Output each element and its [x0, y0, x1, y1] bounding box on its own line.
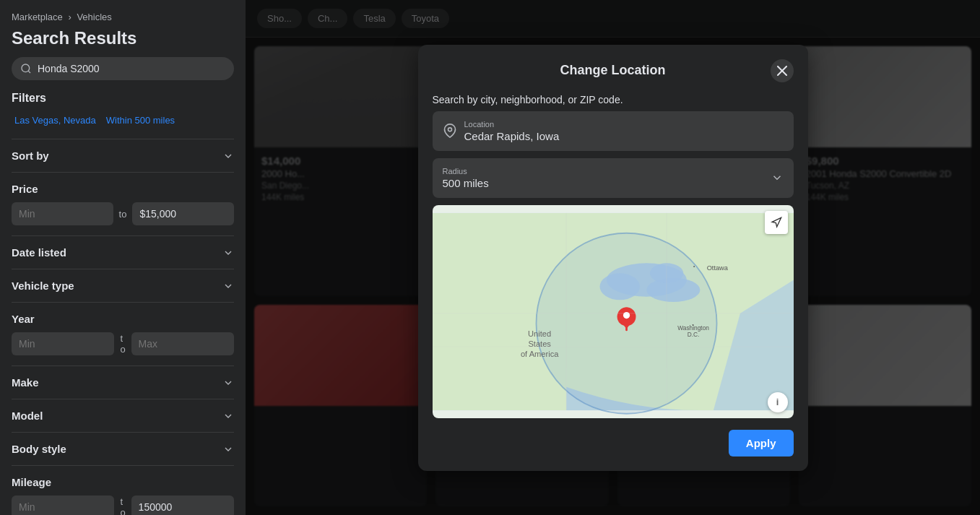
make-chevron-icon	[222, 377, 234, 389]
map-svg: Ottawa • Washington D.C. • United States…	[433, 205, 794, 418]
radius-chevron-icon	[771, 171, 784, 184]
location-field[interactable]: Location Cedar Rapids, Iowa	[433, 111, 794, 151]
location-field-content: Location Cedar Rapids, Iowa	[464, 120, 560, 142]
location-tags: Las Vegas, Nevada Within 500 miles	[12, 113, 234, 127]
make-label: Make	[12, 376, 39, 389]
mileage-to-label: to	[120, 496, 125, 515]
location-tag-city[interactable]: Las Vegas, Nevada	[12, 113, 99, 127]
vehicle-type-section: Vehicle type	[12, 269, 234, 302]
main-content: Sho... Ch... Tesla Toyota $14,000 2000 H…	[246, 0, 980, 515]
modal-header: Change Location	[418, 45, 808, 82]
year-row: to	[12, 332, 234, 355]
svg-text:•: •	[692, 321, 694, 328]
model-label: Model	[12, 410, 43, 422]
make-header[interactable]: Make	[12, 376, 234, 389]
svg-marker-26	[772, 217, 781, 227]
search-input[interactable]	[38, 63, 225, 74]
sort-by-header[interactable]: Sort by	[12, 150, 234, 162]
location-tag-radius[interactable]: Within 500 miles	[103, 113, 178, 127]
model-section: Model	[12, 399, 234, 432]
map-info-button[interactable]: i	[768, 392, 788, 412]
svg-line-1	[28, 71, 30, 73]
price-to-label: to	[119, 209, 127, 220]
year-header: Year	[12, 313, 234, 325]
year-min-input[interactable]	[12, 332, 114, 355]
location-field-value: Cedar Rapids, Iowa	[464, 130, 560, 142]
mileage-min-input[interactable]	[12, 495, 114, 515]
body-style-label: Body style	[12, 443, 66, 455]
model-chevron-icon	[222, 410, 234, 422]
breadcrumb-sep: ›	[68, 12, 74, 22]
map-locate-button[interactable]	[765, 211, 788, 234]
modal-body: Location Cedar Rapids, Iowa Radius 500 m…	[418, 111, 808, 471]
svg-point-0	[22, 64, 30, 72]
mileage-header: Mileage	[12, 476, 234, 488]
radius-value: 500 miles	[443, 177, 489, 189]
date-listed-header[interactable]: Date listed	[12, 246, 234, 259]
sidebar: Marketplace › Vehicles Search Results Fi…	[0, 0, 246, 515]
model-header[interactable]: Model	[12, 410, 234, 422]
price-max-input[interactable]	[132, 202, 234, 225]
mileage-max-input[interactable]	[131, 495, 234, 515]
vehicle-type-chevron-icon	[222, 280, 234, 292]
body-style-header[interactable]: Body style	[12, 443, 234, 455]
apply-row: Apply	[433, 430, 794, 456]
change-location-modal: Change Location Search by city, neighbor…	[418, 45, 808, 471]
breadcrumb: Marketplace › Vehicles	[12, 12, 234, 22]
sort-by-chevron-icon	[222, 150, 234, 162]
svg-point-4	[448, 128, 451, 131]
apply-button[interactable]: Apply	[729, 430, 794, 456]
map-container: Ottawa • Washington D.C. • United States…	[433, 205, 794, 418]
year-section: Year to	[12, 302, 234, 365]
navigation-icon	[771, 217, 782, 228]
modal-subtitle: Search by city, neighborhood, or ZIP cod…	[418, 82, 808, 111]
year-to-label: to	[120, 333, 125, 355]
search-box[interactable]	[12, 57, 234, 80]
price-header: Price	[12, 183, 234, 195]
year-label: Year	[12, 313, 35, 325]
vehicle-type-label: Vehicle type	[12, 280, 74, 292]
body-style-chevron-icon	[222, 443, 234, 455]
modal-title: Change Location	[456, 63, 771, 78]
location-field-label: Location	[464, 120, 560, 129]
close-button[interactable]	[771, 59, 794, 82]
price-label: Price	[12, 183, 38, 195]
svg-point-13	[623, 311, 629, 318]
make-section: Make	[12, 365, 234, 399]
date-listed-section: Date listed	[12, 235, 234, 269]
sort-by-label: Sort by	[12, 150, 49, 162]
year-max-input[interactable]	[131, 332, 234, 355]
mileage-label: Mileage	[12, 476, 51, 488]
date-listed-label: Date listed	[12, 246, 66, 259]
breadcrumb-marketplace[interactable]: Marketplace	[12, 12, 63, 22]
svg-text:United: United	[528, 329, 551, 338]
search-icon	[20, 63, 32, 74]
sort-by-section: Sort by	[12, 139, 234, 172]
close-icon	[777, 66, 787, 76]
date-listed-chevron-icon	[222, 247, 234, 259]
price-section: Price to	[12, 172, 234, 235]
svg-text:Ottawa: Ottawa	[706, 264, 728, 271]
breadcrumb-vehicles[interactable]: Vehicles	[77, 12, 111, 22]
price-row: to	[12, 202, 234, 225]
body-style-section: Body style	[12, 432, 234, 465]
modal-overlay[interactable]: Change Location Search by city, neighbor…	[246, 0, 980, 515]
page-title: Search Results	[12, 28, 234, 48]
mileage-row: to	[12, 495, 234, 515]
svg-text:D.C.: D.C.	[687, 331, 699, 338]
price-min-input[interactable]	[12, 202, 113, 225]
vehicle-type-header[interactable]: Vehicle type	[12, 280, 234, 292]
location-pin-icon	[443, 124, 457, 138]
svg-text:of America: of America	[520, 350, 558, 358]
radius-label: Radius	[443, 167, 489, 176]
mileage-section: Mileage to	[12, 465, 234, 515]
radius-field[interactable]: Radius 500 miles	[433, 158, 794, 198]
radius-field-content: Radius 500 miles	[443, 167, 489, 189]
filters-label: Filters	[12, 92, 234, 105]
